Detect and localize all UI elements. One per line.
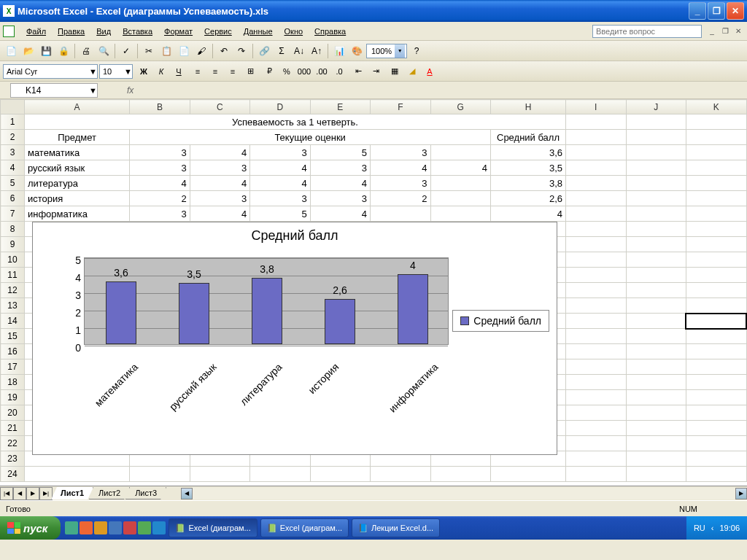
ql-icon[interactable] <box>138 521 151 534</box>
cell[interactable] <box>686 206 746 222</box>
cell[interactable] <box>566 130 626 145</box>
cell[interactable] <box>626 237 686 252</box>
cell[interactable]: 2 <box>371 191 430 206</box>
sort-desc-icon[interactable]: A↑ <box>309 43 325 59</box>
taskbar-item-3[interactable]: 📘 Лекции Excel.d... <box>352 518 440 537</box>
column-header[interactable]: H <box>490 100 565 114</box>
cell[interactable] <box>566 375 626 390</box>
cell[interactable] <box>430 191 490 206</box>
align-left-icon[interactable]: ≡ <box>190 63 206 79</box>
cell[interactable] <box>566 451 626 467</box>
copy-icon[interactable]: 📋 <box>158 43 174 59</box>
cell[interactable] <box>626 222 686 237</box>
cell[interactable] <box>626 451 686 467</box>
cell[interactable] <box>566 206 626 222</box>
cell[interactable]: 4 <box>190 176 249 191</box>
column-header[interactable]: D <box>250 100 310 114</box>
cell[interactable]: 4 <box>371 160 430 176</box>
cell[interactable] <box>190 467 249 482</box>
cell[interactable] <box>686 268 746 283</box>
menu-window[interactable]: Окно <box>279 25 309 38</box>
bold-icon[interactable]: Ж <box>136 63 152 79</box>
align-center-icon[interactable]: ≡ <box>207 63 223 79</box>
embedded-chart[interactable]: Средний балл 543210 3,63,53,82,64 матема… <box>32 222 557 455</box>
column-header[interactable]: B <box>130 100 190 114</box>
permission-icon[interactable]: 🔒 <box>55 43 71 59</box>
autosum-icon[interactable]: Σ <box>274 43 290 59</box>
cell[interactable] <box>310 467 370 482</box>
increase-indent-icon[interactable]: ⇥ <box>368 63 384 79</box>
cell[interactable] <box>566 268 626 283</box>
cell[interactable] <box>686 283 746 298</box>
sheet-tab-3[interactable]: Лист3 <box>125 487 166 499</box>
cell[interactable] <box>626 268 686 283</box>
cell[interactable] <box>626 114 686 130</box>
cell[interactable] <box>686 405 746 421</box>
cell[interactable] <box>566 298 626 314</box>
cell[interactable] <box>566 237 626 252</box>
menu-edit[interactable]: Правка <box>52 25 90 38</box>
cell[interactable] <box>686 329 746 344</box>
underline-icon[interactable]: Ч <box>171 63 187 79</box>
font-size-combo[interactable]: 10 ▼ <box>99 64 133 79</box>
cell[interactable] <box>626 160 686 176</box>
maximize-button[interactable]: ❐ <box>708 2 725 20</box>
decrease-decimal-icon[interactable]: .0 <box>331 63 347 79</box>
column-header[interactable]: A <box>24 100 129 114</box>
tab-prev-button[interactable]: ◀ <box>13 487 26 500</box>
chevron-down-icon[interactable]: ▼ <box>89 67 97 76</box>
cell[interactable] <box>626 375 686 390</box>
menu-format[interactable]: Формат <box>158 25 198 38</box>
chevron-down-icon[interactable]: ▼ <box>89 86 97 95</box>
cell[interactable]: Средний балл <box>490 130 565 145</box>
cell[interactable] <box>626 252 686 268</box>
cell[interactable]: 3,8 <box>490 176 565 191</box>
cell[interactable]: Предмет <box>24 130 129 145</box>
chart-wizard-icon[interactable]: 📊 <box>331 43 347 59</box>
cell[interactable] <box>566 405 626 421</box>
row-header[interactable]: 8 <box>1 222 25 237</box>
cell[interactable] <box>686 436 746 451</box>
row-header[interactable]: 17 <box>1 359 25 375</box>
cell[interactable] <box>250 467 310 482</box>
cell[interactable] <box>566 467 626 482</box>
cell[interactable] <box>566 421 626 436</box>
sheet-tab-1[interactable]: Лист1 <box>51 487 93 499</box>
cell[interactable] <box>686 390 746 405</box>
cell[interactable] <box>686 421 746 436</box>
menu-data[interactable]: Данные <box>238 25 279 38</box>
fill-color-icon[interactable]: ◢ <box>404 63 420 79</box>
cell[interactable]: Текущие оценки <box>130 130 491 145</box>
new-icon[interactable]: 📄 <box>3 43 19 59</box>
taskbar-item-2[interactable]: 📗 Excel (диаграм... <box>260 518 349 537</box>
font-color-icon[interactable]: A <box>422 63 438 79</box>
cell[interactable]: 5 <box>250 206 310 222</box>
quick-launch[interactable] <box>65 521 166 534</box>
cell[interactable] <box>566 329 626 344</box>
doc-restore-button[interactable]: ❐ <box>719 26 731 36</box>
cell[interactable]: история <box>24 191 129 206</box>
merge-center-icon[interactable]: ⊞ <box>242 63 258 79</box>
cut-icon[interactable]: ✂ <box>141 43 157 59</box>
horizontal-scrollbar[interactable]: ◀ ▶ <box>181 488 747 499</box>
row-header[interactable]: 24 <box>1 467 25 482</box>
help-search[interactable] <box>592 25 702 38</box>
row-header[interactable]: 5 <box>1 176 25 191</box>
cell[interactable] <box>566 114 626 130</box>
ql-icon[interactable] <box>109 521 122 534</box>
cell[interactable] <box>626 283 686 298</box>
column-header[interactable]: G <box>430 100 490 114</box>
cell[interactable]: 5 <box>310 145 370 160</box>
cell[interactable] <box>626 206 686 222</box>
row-header[interactable]: 3 <box>1 145 25 160</box>
row-header[interactable]: 1 <box>1 114 25 130</box>
cell[interactable] <box>566 314 626 329</box>
cell[interactable] <box>626 390 686 405</box>
cell[interactable]: 3 <box>371 145 430 160</box>
save-icon[interactable]: 💾 <box>38 43 54 59</box>
doc-minimize-button[interactable]: _ <box>706 26 718 36</box>
cell[interactable]: 3 <box>130 145 190 160</box>
cell[interactable] <box>626 145 686 160</box>
cell[interactable] <box>686 467 746 482</box>
row-header[interactable]: 4 <box>1 160 25 176</box>
